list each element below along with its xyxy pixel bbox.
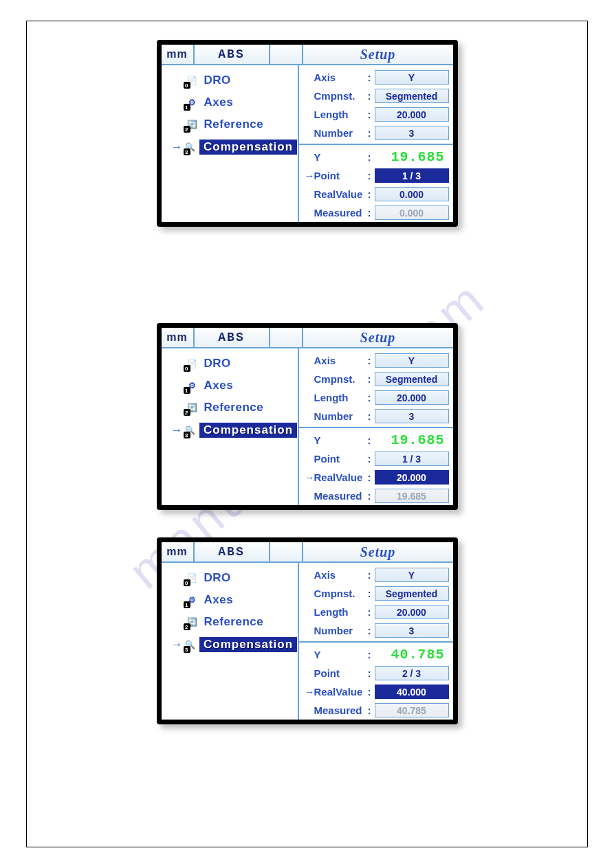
tab-abs[interactable]: ABS [195,542,270,561]
reference-icon: 🔄2 [185,401,200,414]
value-point[interactable]: 1 / 3 [375,168,449,183]
content-pane: →Axis:Y →Cmpnst.:Segmented →Length:20.00… [299,348,453,505]
value-point[interactable]: 2 / 3 [375,666,449,680]
selection-arrow-icon: → [171,140,181,154]
value-point[interactable]: 1 / 3 [375,452,449,466]
tab-mm[interactable]: mm [162,542,195,561]
label-realvalue: RealValue [314,188,368,200]
tab-blank[interactable] [270,328,303,347]
sidebar-item-label: DRO [204,571,231,585]
sidebar-item-axes[interactable]: ⚙1Axes [164,375,295,397]
axes-icon: ⚙1 [185,379,200,392]
tab-abs[interactable]: ABS [195,45,270,64]
sidebar-item-axes[interactable]: ⚙1Axes [164,589,295,611]
value-number[interactable]: 3 [375,126,449,140]
sidebar: 📄0 DRO ⚙1 Axes 🔄2 Reference → [162,65,299,222]
tab-setup[interactable]: Setup [303,45,453,64]
reference-icon: 🔄2 [185,615,200,629]
label-measured: Measured [314,207,368,219]
sidebar-item-compensation[interactable]: →🔍3Compensation [164,633,295,656]
value-realvalue[interactable]: 0.000 [375,187,449,201]
tab-setup[interactable]: Setup [303,328,453,347]
panel-stack: mm ABS Setup 📄0 DRO ⚙1 Axes [0,40,614,724]
label-realvalue: RealValue [314,686,368,698]
dro-panel-0: mm ABS Setup 📄0 DRO ⚙1 Axes [157,40,458,227]
value-cmpnst[interactable]: Segmented [375,586,449,601]
reference-icon: 🔄2 [185,118,200,131]
dro-icon: 📄0 [185,571,200,585]
value-axis[interactable]: Y [375,70,449,85]
label-y: Y [314,434,368,446]
sidebar: 📄0DRO ⚙1Axes 🔄2Reference →🔍3Compensation [162,348,299,505]
sidebar-item-label: DRO [204,74,231,87]
sidebar-item-label: Compensation [199,637,297,652]
compensation-icon: 🔍3 [185,638,196,652]
selection-arrow-icon: → [171,423,181,437]
content-pane: →Axis:Y →Cmpnst.:Segmented →Length:20.00… [299,65,453,222]
tab-blank[interactable] [270,45,303,64]
dro-panel-1: mm ABS Setup 📄0DRO ⚙1Axes 🔄2Reference →🔍… [157,323,458,510]
sidebar-item-axes[interactable]: ⚙1 Axes [164,91,295,113]
compensation-icon: 🔍3 [185,423,196,437]
topbar: mm ABS Setup [162,542,453,563]
dro-icon: 📄0 [185,74,200,87]
readout-y: 40.785 [375,647,449,663]
value-cmpnst[interactable]: Segmented [375,372,449,386]
label-y: Y [314,151,368,163]
sidebar-item-dro[interactable]: 📄0DRO [164,567,295,589]
tab-mm[interactable]: mm [162,45,195,64]
label-cmpnst: Cmpnst. [314,90,368,102]
label-axis: Axis [314,71,368,83]
sidebar-item-label: Axes [204,96,234,109]
axes-icon: ⚙1 [185,593,200,607]
label-point: Point [314,170,368,181]
label-number: Number [314,127,368,139]
value-measured: 40.785 [375,703,449,717]
active-arrow-icon: → [305,170,314,181]
value-axis[interactable]: Y [375,353,449,368]
label-cmpnst: Cmpnst. [314,373,368,385]
topbar: mm ABS Setup [162,45,453,65]
label-number: Number [314,625,368,636]
tab-mm[interactable]: mm [162,328,195,347]
label-cmpnst: Cmpnst. [314,588,368,599]
label-number: Number [314,410,368,422]
label-axis: Axis [314,569,368,581]
sidebar-item-reference[interactable]: 🔄2Reference [164,611,295,633]
value-number[interactable]: 3 [375,409,449,423]
sidebar-item-dro[interactable]: 📄0 DRO [164,69,295,91]
sidebar-item-label: Reference [204,401,264,414]
topbar: mm ABS Setup [162,328,453,348]
sidebar-item-label: Axes [204,379,234,392]
dro-icon: 📄0 [185,357,200,370]
sidebar-item-label: Compensation [199,140,297,155]
sidebar: 📄0DRO ⚙1Axes 🔄2Reference →🔍3Compensation [162,563,299,720]
label-length: Length [314,606,368,618]
tab-abs[interactable]: ABS [195,328,270,347]
value-cmpnst[interactable]: Segmented [375,89,449,103]
value-length[interactable]: 20.000 [375,390,449,405]
sidebar-item-reference[interactable]: 🔄2 Reference [164,113,295,135]
label-measured: Measured [314,490,368,502]
content-pane: →Axis:Y →Cmpnst.:Segmented →Length:20.00… [299,563,453,720]
value-length[interactable]: 20.000 [375,605,449,619]
value-number[interactable]: 3 [375,623,449,638]
value-measured: 0.000 [375,205,449,220]
sidebar-item-compensation[interactable]: →🔍3Compensation [164,419,295,442]
sidebar-item-reference[interactable]: 🔄2Reference [164,397,295,419]
sidebar-item-label: DRO [204,357,231,370]
dro-panel-2: mm ABS Setup 📄0DRO ⚙1Axes 🔄2Reference →🔍… [157,537,458,724]
sidebar-item-label: Compensation [199,423,297,438]
value-realvalue[interactable]: 40.000 [375,685,449,699]
sidebar-item-compensation[interactable]: → 🔍3 Compensation [164,135,295,159]
tab-setup[interactable]: Setup [303,542,453,561]
value-realvalue[interactable]: 20.000 [375,470,449,485]
value-length[interactable]: 20.000 [375,107,449,122]
value-axis[interactable]: Y [375,568,449,582]
label-y: Y [314,649,368,660]
label-point: Point [314,453,368,465]
label-realvalue: RealValue [314,471,368,483]
sidebar-item-dro[interactable]: 📄0DRO [164,353,295,375]
tab-blank[interactable] [270,542,303,561]
label-axis: Axis [314,355,368,366]
